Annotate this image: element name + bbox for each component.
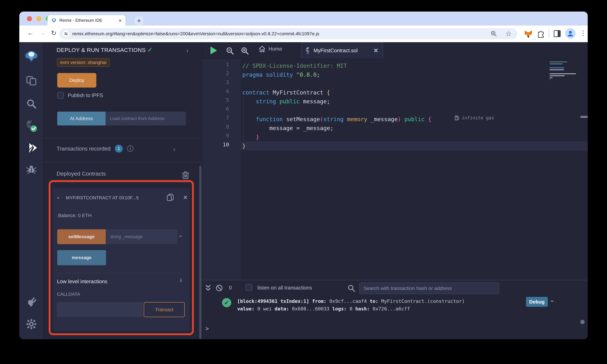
- section-divider: [43, 162, 202, 162]
- minimap[interactable]: [550, 60, 577, 81]
- line-number: 10: [202, 142, 241, 150]
- line-number: 7: [202, 115, 241, 124]
- gas-note-text: infinite gas: [462, 115, 494, 120]
- line-number: 5: [202, 97, 241, 106]
- code-line: }: [241, 132, 588, 142]
- url-text[interactable]: remix.ethereum.org/#lang=en&optimize=fal…: [72, 31, 490, 37]
- terminal-search-icon: [347, 284, 355, 292]
- minimize-window-button[interactable]: [36, 16, 41, 21]
- back-icon[interactable]: ←: [27, 29, 34, 37]
- forward-icon[interactable]: →: [39, 29, 46, 37]
- reload-icon[interactable]: ↻: [51, 29, 57, 37]
- toolbar-divider: [549, 29, 549, 38]
- debugger-icon[interactable]: [26, 165, 37, 174]
- section-divider: [43, 138, 202, 138]
- panel-title: DEPLOY & RUN TRANSACTIONS: [57, 47, 146, 53]
- code-editor[interactable]: 12345678910 // SPDX-License-Identifier: …: [202, 59, 588, 280]
- publish-ipfs-row: Publish to IPFS: [57, 92, 103, 99]
- at-address-button[interactable]: At Address: [57, 112, 106, 125]
- tab-myfirstcontract[interactable]: MyFirstContract.sol ✕: [301, 42, 383, 59]
- terminal-prompt: >: [205, 325, 209, 332]
- file-tab-label: MyFirstContract.sol: [314, 48, 370, 53]
- transaction-log[interactable]: [block:4994361 txIndex:1] from: 0x9cf...…: [237, 297, 465, 312]
- file-tab-close-icon[interactable]: ✕: [373, 47, 378, 54]
- transactions-expand-chevron-icon[interactable]: ›: [173, 146, 175, 153]
- tab-title: Remix - Ethereum IDE: [59, 18, 119, 23]
- bookmark-star-icon[interactable]: ☆: [505, 30, 512, 38]
- publish-ipfs-checkbox[interactable]: [57, 92, 64, 99]
- editor-tabbar: Home MyFirstContract.sol ✕: [202, 42, 588, 59]
- browser-tabstrip: Remix - Ethereum IDE × +: [19, 12, 588, 26]
- code-line: contract MyFirstContract {: [241, 88, 588, 97]
- gas-pump-icon: [455, 115, 460, 120]
- line-number: 2: [202, 70, 241, 79]
- clear-console-icon[interactable]: [215, 284, 223, 292]
- address-bar[interactable]: remix.ethereum.org/#lang=en&optimize=fal…: [59, 28, 517, 39]
- search-icon[interactable]: [26, 99, 37, 109]
- home-icon: [258, 45, 266, 53]
- remix-app: DEPLOY & RUN TRANSACTIONS ✓ › evm versio…: [19, 42, 588, 339]
- transactions-recorded-row[interactable]: Transactions recorded 1 ⓘ: [57, 144, 134, 153]
- code-line: // SPDX-License-Identifier: MIT: [241, 61, 588, 70]
- debug-button[interactable]: Debug: [526, 297, 548, 307]
- close-window-button[interactable]: [27, 16, 32, 21]
- evm-version-badge: evm version: shanghai: [57, 58, 110, 67]
- remix-logo[interactable]: [25, 50, 38, 62]
- zoom-in-icon[interactable]: [240, 47, 249, 55]
- compile-success-check-icon: ✓: [147, 46, 153, 53]
- publish-ipfs-label: Publish to IPFS: [68, 92, 103, 98]
- log-expand-chevron-icon[interactable]: ›: [549, 300, 556, 302]
- code-line: }: [241, 142, 588, 150]
- log-line-2: value: 0 wei data: 0x608...60033 logs: 0…: [237, 305, 465, 312]
- zoom-level-icon[interactable]: [490, 30, 498, 38]
- code-lines[interactable]: // SPDX-License-Identifier: MITpragma so…: [241, 59, 588, 280]
- code-line: function setMessage(string memory _messa…: [241, 115, 588, 124]
- transactions-info-icon[interactable]: ⓘ: [127, 144, 134, 153]
- listen-all-label: listen on all transactions: [257, 285, 312, 291]
- window-controls[interactable]: [27, 16, 51, 21]
- deploy-run-icon[interactable]: [26, 143, 37, 154]
- file-explorer-icon[interactable]: [26, 76, 37, 86]
- deploy-run-panel: DEPLOY & RUN TRANSACTIONS ✓ › evm versio…: [43, 42, 202, 339]
- browser-tab-active[interactable]: Remix - Ethereum IDE ×: [48, 15, 125, 26]
- editor-scroll-marker[interactable]: [581, 116, 588, 118]
- metamask-icon[interactable]: [524, 29, 533, 38]
- terminal-toolbar: 0 listen on all transactions Search with…: [202, 280, 588, 296]
- indent-guide: [243, 97, 244, 141]
- browser-menu-icon[interactable]: ⋮: [580, 29, 586, 37]
- main-area: Home MyFirstContract.sol ✕ 12345678910 /…: [202, 42, 588, 339]
- screenshot: Remix - Ethereum IDE × + ← → ↻ remix.eth…: [0, 0, 607, 364]
- at-address-input[interactable]: Load contract from Address: [106, 112, 186, 125]
- icon-rail: [19, 42, 43, 339]
- new-tab-button[interactable]: +: [135, 16, 143, 25]
- plugin-manager-icon[interactable]: [26, 296, 37, 307]
- code-line: message = _message;: [241, 124, 588, 132]
- transactions-count-badge: 1: [115, 145, 123, 153]
- tab-close-icon[interactable]: ×: [119, 18, 122, 23]
- deployed-contracts-title: Deployed Contracts: [57, 170, 106, 177]
- terminal-scroll-dot[interactable]: [580, 320, 585, 324]
- panel-expand-chevron-icon[interactable]: ›: [186, 47, 188, 54]
- deploy-button[interactable]: Deploy: [57, 73, 96, 88]
- solidity-compiler-icon[interactable]: [25, 120, 38, 132]
- zoom-out-icon[interactable]: [226, 47, 234, 55]
- code-line: [241, 106, 588, 115]
- expand-terminal-chevrons-icon[interactable]: [205, 284, 212, 292]
- extensions-puzzle-icon[interactable]: [537, 29, 545, 38]
- line-number: 4: [202, 88, 241, 97]
- settings-gear-icon[interactable]: [26, 319, 37, 329]
- tutorial-highlight-outline: [49, 180, 194, 335]
- side-panel-icon[interactable]: [553, 29, 561, 38]
- tx-success-check-icon: ✓: [222, 298, 231, 307]
- run-script-icon[interactable]: [211, 47, 217, 54]
- panel-scrollbar[interactable]: [199, 166, 202, 339]
- terminal-search-input[interactable]: Search with transaction hash or address: [359, 283, 499, 294]
- code-line: [241, 79, 588, 88]
- profile-avatar[interactable]: [565, 28, 576, 39]
- trash-icon[interactable]: [182, 171, 189, 179]
- site-settings-icon[interactable]: [63, 30, 69, 37]
- transactions-recorded-label: Transactions recorded: [57, 145, 110, 152]
- listen-count: 0: [229, 285, 232, 291]
- tab-home[interactable]: Home: [258, 45, 282, 53]
- listen-all-checkbox[interactable]: [246, 284, 252, 291]
